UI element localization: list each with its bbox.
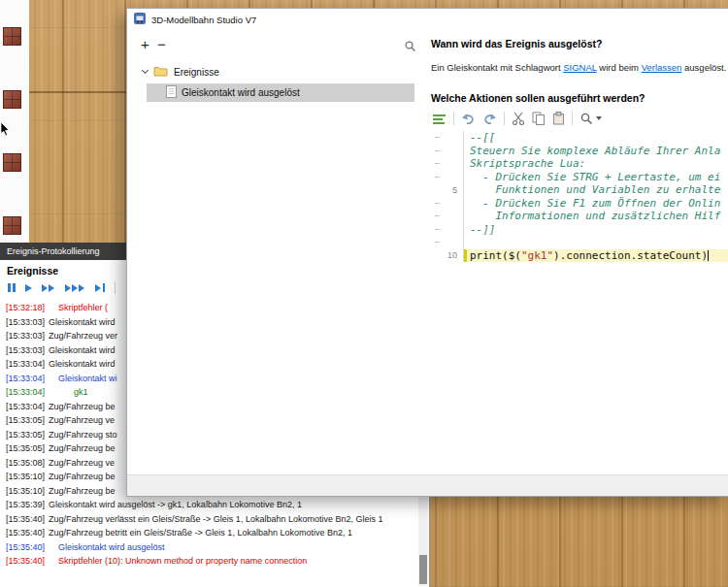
- fast-forward-icon[interactable]: [42, 284, 55, 292]
- dialog-titlebar[interactable]: 3D-Modellbahn Studio V7: [127, 9, 728, 30]
- log-message: Zug/Fahrzeug ve: [49, 415, 115, 425]
- editor-toolbar: [432, 109, 602, 128]
- log-message: Gleiskontakt wird: [49, 345, 116, 355]
- code-line[interactable]: --]]: [431, 223, 728, 237]
- text-caret: [708, 250, 709, 261]
- paste-icon[interactable]: [552, 112, 565, 125]
- tree-item-label: Ereignisse: [174, 67, 219, 78]
- line-gutter: [431, 145, 464, 158]
- event-list-icon[interactable]: [432, 113, 447, 125]
- code-line[interactable]: 10print($("gk1").connection.stateCount): [431, 249, 728, 263]
- palette-block[interactable]: [3, 216, 21, 235]
- trigger-text: ausgelöst.: [681, 62, 726, 73]
- toolbar-divider: [115, 281, 116, 294]
- log-timestamp: [15:35:08]: [6, 458, 45, 468]
- pause-icon[interactable]: [8, 283, 16, 292]
- code-line[interactable]: Skriptsprache Lua:: [431, 157, 728, 171]
- screen: Ereignis-Protokollierung Ereignisse [15:…: [0, 0, 728, 587]
- log-scrollbar-thumb[interactable]: [419, 555, 427, 584]
- log-timestamp: [15:32:18]: [6, 303, 45, 312]
- code-line[interactable]: Informationen und zusätzlichen Hilf: [431, 210, 728, 223]
- log-message: Zug/Fahrzeug betritt ein Gleis/Straße ->…: [49, 528, 352, 538]
- chevron-down-icon[interactable]: [142, 67, 149, 74]
- log-message: Zug/Fahrzeug be: [49, 402, 116, 411]
- trigger-heading: Wann wird das Ereignis ausgelöst?: [431, 38, 602, 49]
- log-timestamp: [15:33:05]: [6, 415, 45, 425]
- app-icon: [134, 11, 146, 28]
- play-icon[interactable]: [25, 284, 32, 292]
- log-timestamp: [15:33:05]: [6, 430, 45, 440]
- log-timestamp: [15:35:40]: [6, 542, 45, 552]
- add-event-button[interactable]: +: [141, 37, 149, 52]
- log-timestamp: [15:33:03]: [6, 317, 45, 327]
- log-row[interactable]: [15:35:40]Zug/Fahrzeug verlässt ein Glei…: [0, 512, 417, 527]
- line-gutter: 5: [431, 183, 464, 197]
- fastest-forward-icon[interactable]: [65, 284, 85, 292]
- log-timestamp: [15:35:40]: [6, 556, 45, 566]
- log-timestamp: [15:35:10]: [6, 472, 45, 481]
- dropdown-caret-icon[interactable]: [596, 116, 602, 120]
- log-row[interactable]: [15:35:39]Gleiskontakt wird ausgelöst ->…: [0, 498, 417, 512]
- log-timestamp: [15:33:04]: [6, 359, 45, 369]
- dialog-footer: [127, 474, 728, 496]
- undo-icon[interactable]: [461, 113, 476, 125]
- tree-item-gleiskontakt[interactable]: Gleiskontakt wird ausgelöst: [147, 83, 414, 102]
- log-timestamp: [15:33:04]: [6, 387, 45, 397]
- log-message: gk1: [74, 387, 88, 397]
- remove-event-button[interactable]: −: [157, 37, 166, 52]
- redo-icon[interactable]: [482, 113, 497, 125]
- log-message: Zug/Fahrzeug verlässt ein Gleis/Straße -…: [49, 514, 382, 524]
- folder-icon: [153, 65, 168, 79]
- line-gutter: [431, 157, 464, 171]
- log-timestamp: [15:35:10]: [6, 486, 45, 496]
- log-message: Zug/Fahrzeug sto: [49, 430, 117, 440]
- palette-block[interactable]: [3, 90, 21, 109]
- mouse-cursor: [0, 122, 10, 140]
- verlassen-mode-link[interactable]: Verlassen: [642, 62, 682, 73]
- log-timestamp: [15:35:40]: [6, 528, 45, 538]
- log-message: Gleiskontakt wird ausgelöst: [58, 542, 165, 552]
- log-row[interactable]: [15:35:40]Zug/Fahrzeug betritt ein Gleis…: [0, 526, 417, 540]
- search-icon[interactable]: [579, 112, 602, 125]
- log-message: Skriptfehler (10): Unknown method or pro…: [58, 556, 307, 566]
- search-icon[interactable]: [404, 39, 416, 56]
- log-timestamp: [15:35:05]: [6, 443, 45, 453]
- log-row[interactable]: [15:35:40]Skriptfehler (10): Unknown met…: [0, 554, 417, 569]
- log-message: Gleiskontakt wird: [49, 359, 116, 369]
- code-line[interactable]: Steuern Sie komplexe Abläufe Ihrer Anla: [431, 145, 728, 158]
- log-message: Zug/Fahrzeug be: [49, 486, 116, 496]
- event-editor-dialog: 3D-Modellbahn Studio V7 + − Ereignisse G…: [126, 8, 728, 497]
- log-timestamp: [15:33:04]: [6, 374, 45, 383]
- signal-keyword-link[interactable]: SIGNAL: [563, 62, 597, 73]
- code-line[interactable]: - Drücken Sie STRG + Leertaste, um ei: [431, 171, 728, 184]
- log-timestamp: [15:35:40]: [6, 514, 45, 524]
- log-message: Gleiskontakt wird ausgelöst -> gk1, Loka…: [49, 500, 302, 509]
- document-icon: [166, 85, 177, 100]
- trigger-sentence: Ein Gleiskontakt mit Schlagwort SIGNAL w…: [431, 62, 726, 73]
- wood-plank-seam: [29, 91, 126, 93]
- log-timestamp: [15:33:03]: [6, 331, 45, 341]
- log-row[interactable]: [15:35:40]Gleiskontakt wird ausgelöst: [0, 540, 417, 555]
- code-line[interactable]: [431, 236, 728, 249]
- log-message: Zug/Fahrzeug be: [49, 472, 116, 481]
- palette-block[interactable]: [3, 27, 21, 46]
- line-gutter: [431, 171, 464, 184]
- log-window-title: Ereignis-Protokollierung: [7, 246, 100, 256]
- line-gutter: [431, 210, 464, 223]
- code-line[interactable]: --[[: [431, 131, 728, 145]
- code-line[interactable]: - Drücken Sie F1 zum Öffnen der Onlin: [431, 197, 728, 211]
- log-timestamp: [15:33:03]: [6, 345, 45, 355]
- toolbar-divider: [572, 112, 573, 125]
- code-editor[interactable]: --[[Steuern Sie komplexe Abläufe Ihrer A…: [431, 131, 728, 474]
- palette-block[interactable]: [3, 153, 21, 172]
- trigger-text: Ein Gleiskontakt mit Schlagwort: [431, 62, 563, 73]
- line-gutter: [431, 223, 464, 237]
- cut-icon[interactable]: [512, 112, 525, 125]
- skip-to-end-icon[interactable]: [95, 283, 105, 292]
- log-message: Zug/Fahrzeug ve: [49, 458, 115, 468]
- log-message: Zug/Fahrzeug be: [49, 443, 116, 453]
- tree-item-ereignisse[interactable]: Ereignisse: [143, 63, 219, 81]
- log-message: Gleiskontakt wi: [58, 374, 117, 383]
- code-line[interactable]: 5 Funktionen und Variablen zu erhalte: [431, 183, 728, 197]
- copy-icon[interactable]: [532, 112, 546, 125]
